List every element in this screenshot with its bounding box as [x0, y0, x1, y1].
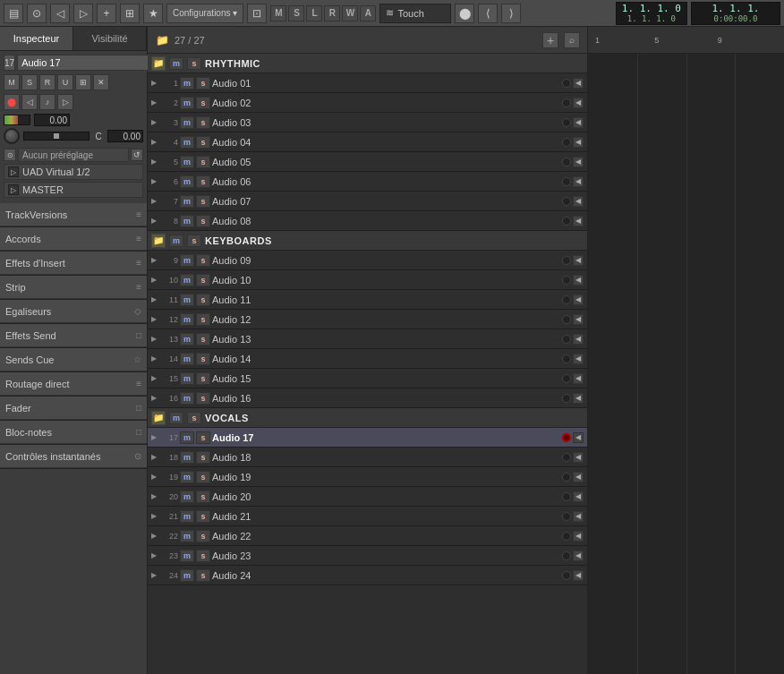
group-s-btn-vocals[interactable]: s — [187, 412, 201, 424]
track-monitor-1[interactable]: ◀ — [573, 78, 584, 89]
track-row-22[interactable]: ▶ 22 m s Audio 22 ◀ — [148, 526, 587, 546]
track-row-1[interactable]: ▶ 1 m s Audio 01 ◀ — [148, 73, 587, 93]
track-s-4[interactable]: s — [196, 136, 210, 149]
track-row-7[interactable]: ▶ 7 m s Audio 07 ◀ — [148, 192, 587, 211]
tab-inspector[interactable]: Inspecteur — [0, 27, 73, 50]
track-arrow-4[interactable]: ▶ — [151, 138, 160, 146]
track-m-1[interactable]: m — [180, 77, 194, 90]
track-row-10[interactable]: ▶ 10 m s Audio 10 ◀ — [148, 270, 587, 290]
track-arrow-8[interactable]: ▶ — [151, 217, 160, 225]
m-btn[interactable]: M — [270, 5, 286, 21]
track-m-7[interactable]: m — [180, 195, 194, 208]
track-monitor-21[interactable]: ◀ — [573, 511, 584, 522]
track-monitor-20[interactable]: ◀ — [573, 491, 584, 502]
track-s-2[interactable]: s — [196, 97, 210, 109]
accordion-header-controles[interactable]: Contrôles instantanés ⊙ — [0, 445, 147, 468]
track-s-14[interactable]: s — [196, 353, 210, 365]
track-arrow-9[interactable]: ▶ — [151, 256, 160, 264]
track-monitor-11[interactable]: ◀ — [573, 294, 584, 305]
track-row-23[interactable]: ▶ 23 m s Audio 23 ◀ — [148, 546, 587, 566]
track-arrow-2[interactable]: ▶ — [151, 98, 160, 107]
r-btn[interactable]: R — [324, 5, 340, 21]
track-arrow-16[interactable]: ▶ — [151, 394, 160, 402]
ctrl-r-btn[interactable]: R — [39, 74, 55, 90]
track-s-19[interactable]: s — [196, 471, 210, 483]
track-m-12[interactable]: m — [180, 313, 194, 326]
track-m-3[interactable]: m — [180, 116, 194, 129]
snap-btn[interactable]: ⊡ — [247, 4, 267, 23]
s-btn[interactable]: S — [288, 5, 304, 21]
track-monitor-4[interactable]: ◀ — [573, 137, 584, 148]
add-btn[interactable]: + — [97, 4, 116, 23]
l-bracket-btn[interactable]: ⟨ — [478, 4, 498, 23]
track-s-20[interactable]: s — [196, 491, 210, 503]
pan-knob[interactable] — [4, 128, 20, 144]
accordion-header-fader[interactable]: Fader □ — [0, 397, 147, 420]
group-s-btn-rhythmic[interactable]: s — [187, 57, 201, 70]
track-arrow-19[interactable]: ▶ — [151, 473, 160, 481]
track-list-scroll[interactable]: 📁 m s RHYTHMIC ▶ 1 m s Audio 01 ◀ ▶ 2 m … — [148, 54, 587, 674]
track-monitor-23[interactable]: ◀ — [573, 550, 584, 561]
track-row-12[interactable]: ▶ 12 m s Audio 12 ◀ — [148, 310, 587, 329]
ctrl-m-btn[interactable]: M — [4, 74, 20, 90]
logo-btn[interactable]: ▤ — [4, 4, 23, 23]
track-arrow-13[interactable]: ▶ — [151, 335, 160, 343]
track-row-11[interactable]: ▶ 11 m s Audio 11 ◀ — [148, 290, 587, 310]
track-m-17[interactable]: m — [180, 431, 194, 444]
track-row-17[interactable]: ▶ 17 m s Audio 17 ◀ — [148, 428, 587, 448]
back-btn[interactable]: ◁ — [50, 4, 70, 23]
track-s-16[interactable]: s — [196, 392, 210, 405]
track-monitor-6[interactable]: ◀ — [573, 176, 584, 187]
track-row-2[interactable]: ▶ 2 m s Audio 02 ◀ — [148, 93, 587, 113]
ctrl-u-btn[interactable]: U — [57, 74, 73, 90]
config-btn[interactable]: Configurations ▾ — [166, 4, 243, 23]
track-arrow-6[interactable]: ▶ — [151, 177, 160, 185]
r-bracket-btn[interactable]: ⟩ — [501, 4, 521, 23]
group-row-rhythmic[interactable]: 📁 m s RHYTHMIC — [148, 54, 587, 73]
track-s-17[interactable]: s — [196, 431, 210, 444]
rec-btn[interactable]: ⬤ — [455, 4, 474, 23]
track-m-8[interactable]: m — [180, 215, 194, 227]
track-monitor-15[interactable]: ◀ — [573, 373, 584, 384]
track-monitor-7[interactable]: ◀ — [573, 196, 584, 207]
track-arrow-21[interactable]: ▶ — [151, 512, 160, 520]
track-m-6[interactable]: m — [180, 175, 194, 188]
accordion-header-bloc-notes[interactable]: Bloc-notes □ — [0, 421, 147, 444]
track-m-13[interactable]: m — [180, 333, 194, 346]
ctrl-prev-btn[interactable]: ◁ — [21, 94, 38, 110]
track-s-24[interactable]: s — [196, 569, 210, 582]
track-s-3[interactable]: s — [196, 116, 210, 129]
track-row-20[interactable]: ▶ 20 m s Audio 20 ◀ — [148, 487, 587, 507]
group-m-btn-keyboards[interactable]: m — [169, 235, 183, 247]
track-row-5[interactable]: ▶ 5 m s Audio 05 ◀ — [148, 152, 587, 172]
track-arrow-24[interactable]: ▶ — [151, 571, 160, 579]
loop-btn[interactable]: ⊙ — [27, 4, 47, 23]
track-row-13[interactable]: ▶ 13 m s Audio 13 ◀ — [148, 329, 587, 349]
track-m-22[interactable]: m — [180, 530, 194, 542]
routing-item-2[interactable]: ▷ MASTER — [4, 182, 143, 198]
track-row-21[interactable]: ▶ 21 m s Audio 21 ◀ — [148, 507, 587, 526]
track-arrow-7[interactable]: ▶ — [151, 197, 160, 205]
w-btn[interactable]: W — [342, 5, 358, 21]
group-m-btn-rhythmic[interactable]: m — [169, 57, 183, 70]
accordion-header-effets-send[interactable]: Effets Send □ — [0, 324, 147, 347]
track-s-13[interactable]: s — [196, 333, 210, 346]
routing-item-1[interactable]: ▷ UAD Virtual 1/2 — [4, 164, 143, 180]
track-arrow-22[interactable]: ▶ — [151, 532, 160, 540]
tab-visibility[interactable]: Visibilité — [73, 27, 147, 50]
track-m-14[interactable]: m — [180, 353, 194, 365]
track-s-9[interactable]: s — [196, 254, 210, 267]
add-track-btn[interactable]: + — [542, 32, 558, 48]
track-s-18[interactable]: s — [196, 451, 210, 464]
track-m-16[interactable]: m — [180, 392, 194, 405]
accordion-header-strip[interactable]: Strip ≡ — [0, 276, 147, 299]
accordion-header-routage-direct[interactable]: Routage direct ≡ — [0, 372, 147, 396]
group-s-btn-keyboards[interactable]: s — [187, 235, 201, 247]
track-s-23[interactable]: s — [196, 550, 210, 562]
track-s-8[interactable]: s — [196, 215, 210, 227]
forward-btn[interactable]: ▷ — [73, 4, 93, 23]
group-m-btn-vocals[interactable]: m — [169, 412, 183, 424]
track-m-18[interactable]: m — [180, 451, 194, 464]
track-s-10[interactable]: s — [196, 274, 210, 286]
track-row-3[interactable]: ▶ 3 m s Audio 03 ◀ — [148, 113, 587, 132]
